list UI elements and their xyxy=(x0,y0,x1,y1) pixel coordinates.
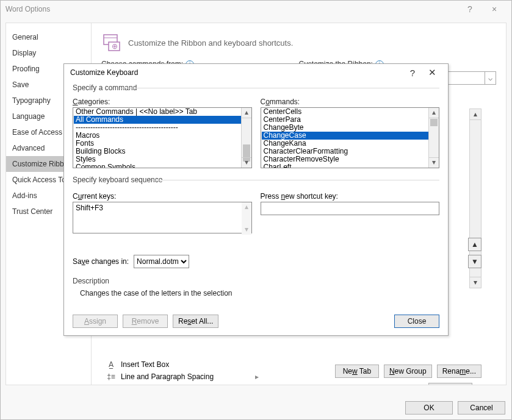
move-down-button[interactable]: ▼ xyxy=(468,255,481,268)
save-changes-row: Save changes in: Normal.dotm xyxy=(73,255,439,268)
remove-button[interactable]: Remove xyxy=(123,315,168,328)
customizations-row: Customizations: Reset ▾ i xyxy=(369,383,481,385)
list-item[interactable]: ‡≡Line and Paragraph Spacing▸ xyxy=(100,371,259,383)
scroll-up-icon: ▴ xyxy=(242,202,251,212)
current-keys-list[interactable]: Shift+F3 xyxy=(73,202,252,233)
category-item[interactable]: Macros xyxy=(74,132,241,140)
customize-keyboard-dialog: Customize Keyboard ? ✕ Specify a command… xyxy=(63,63,449,336)
sidebar-item-general[interactable]: General xyxy=(6,29,91,45)
word-options-window: Word Options ? × General Display Proofin… xyxy=(0,0,512,420)
listbox-scrollbar[interactable]: ▴ ▾ xyxy=(428,108,439,168)
new-group-button[interactable]: New Group xyxy=(384,365,432,378)
command-item[interactable]: CharLeft xyxy=(262,163,429,168)
scroll-up-icon[interactable]: ▴ xyxy=(242,108,251,118)
commands-label: Commands: xyxy=(261,98,440,106)
scroll-down-icon[interactable]: ▾ xyxy=(470,277,481,288)
save-changes-select[interactable]: Normal.dotm xyxy=(134,255,189,268)
svg-text:⊕: ⊕ xyxy=(112,42,118,51)
description-text: Changes the case of the letters in the s… xyxy=(73,285,439,297)
sidebar-item-display[interactable]: Display xyxy=(6,45,91,61)
scroll-up-icon[interactable]: ▴ xyxy=(470,109,481,120)
current-keys-label: Current keys: xyxy=(73,192,252,201)
commands-list-visible: A̲Insert Text Box ‡≡Line and Paragraph S… xyxy=(100,358,259,385)
list-item[interactable]: A̲Insert Text Box xyxy=(100,358,259,371)
category-item[interactable]: Building Blocks xyxy=(74,148,241,155)
modal-body: Specify a command Categories: Other Comm… xyxy=(64,81,448,305)
dialog-footer: OK Cancel xyxy=(405,401,505,415)
categories-column: Categories: Other Commands | <<No label>… xyxy=(73,98,252,168)
scroll-thumb[interactable] xyxy=(430,119,438,126)
categories-listbox[interactable]: Other Commands | <<No label>> Tab All Co… xyxy=(73,107,252,168)
press-new-block: Press new shortcut key: xyxy=(261,192,440,235)
modal-footer: Assign Remove Reset All... Close xyxy=(73,315,439,328)
move-up-button[interactable]: ▲ xyxy=(468,238,481,251)
commands-listbox[interactable]: CenterCells CenterPara ChangeByte Change… xyxy=(261,107,440,168)
press-new-label: Press new shortcut key: xyxy=(261,192,440,201)
command-columns: Categories: Other Commands | <<No label>… xyxy=(73,98,439,168)
scroll-up-icon[interactable]: ▴ xyxy=(429,108,439,118)
description-heading: Description xyxy=(73,277,439,285)
category-item[interactable]: Common Symbols xyxy=(74,163,241,168)
ribbon-header: ⊕ Customize the Ribbon and keyboard shor… xyxy=(101,30,496,55)
line-spacing-icon: ‡≡ xyxy=(106,372,116,381)
categories-label: Categories: xyxy=(73,98,252,106)
submenu-arrow-icon: ▸ xyxy=(255,372,259,381)
modal-title: Customize Keyboard xyxy=(70,68,403,77)
scroll-down-icon[interactable]: ▾ xyxy=(242,157,251,168)
assign-button[interactable]: Assign xyxy=(73,315,118,328)
scroll-down-icon[interactable]: ▾ xyxy=(429,157,439,168)
scroll-down-icon: ▾ xyxy=(242,225,251,235)
listbox-scrollbar[interactable]: ▴ ▾ xyxy=(241,108,251,168)
modal-titlebar: Customize Keyboard ? ✕ xyxy=(64,64,448,81)
window-title: Word Options xyxy=(5,5,458,13)
reset-button[interactable]: Reset ▾ xyxy=(428,383,472,385)
modal-close-button[interactable]: ✕ xyxy=(422,67,442,78)
ribbon-header-text: Customize the Ribbon and keyboard shortc… xyxy=(128,38,293,48)
description-block: Description Changes the case of the lett… xyxy=(73,277,439,297)
link-icon: ⛓ xyxy=(106,385,116,385)
tab-group-buttons: New Tab New Group Rename... xyxy=(335,365,481,378)
textarea-scrollbar: ▴ ▾ xyxy=(242,202,251,235)
chevron-down-icon: ⌵ xyxy=(485,72,496,84)
reset-all-button[interactable]: Reset All... xyxy=(173,315,218,328)
ribbon-customize-icon: ⊕ xyxy=(101,34,122,52)
list-item[interactable]: ⛓Link xyxy=(100,383,259,385)
modal-help-button[interactable]: ? xyxy=(403,68,422,78)
commands-column: Commands: CenterCells CenterPara ChangeB… xyxy=(261,98,440,168)
close-button[interactable]: × xyxy=(482,4,507,14)
textbox-icon: A̲ xyxy=(106,360,116,369)
save-changes-label: Save changes in: xyxy=(73,257,129,266)
help-button[interactable]: ? xyxy=(458,4,482,14)
new-tab-button[interactable]: New Tab xyxy=(335,365,379,378)
sequence-row: Current keys: Shift+F3 ▴ ▾ Press new sho… xyxy=(73,192,439,235)
cancel-button[interactable]: Cancel xyxy=(458,401,505,415)
titlebar: Word Options ? × xyxy=(1,1,511,18)
reorder-buttons: ▲ ▼ xyxy=(468,238,481,272)
new-shortcut-input[interactable] xyxy=(261,202,440,215)
close-button[interactable]: Close xyxy=(394,315,439,328)
rename-button[interactable]: Rename... xyxy=(437,365,481,378)
ok-button[interactable]: OK xyxy=(405,401,453,415)
current-keys-block: Current keys: Shift+F3 ▴ ▾ xyxy=(73,192,252,235)
